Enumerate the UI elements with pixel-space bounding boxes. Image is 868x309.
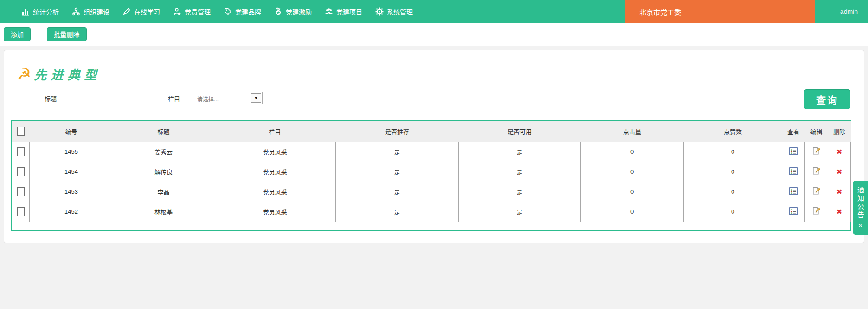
nav-item-online-learning[interactable]: 在线学习 <box>122 7 160 16</box>
nav-item-statistics[interactable]: 统计分析 <box>21 7 59 16</box>
nav-item-label: 在线学习 <box>134 7 160 16</box>
double-chevron-right-icon: » <box>858 221 862 230</box>
nav-item-label: 党员管理 <box>185 7 211 16</box>
main-menu: 统计分析 组织建设 在线学习 党员管理 党建品牌 <box>0 7 413 16</box>
table-row: 1455 姜秀云 党员风采 是 是 0 0 ✖ <box>12 142 851 162</box>
page-title: 先进典型 <box>34 65 101 83</box>
view-icon[interactable] <box>789 187 798 195</box>
search-button[interactable]: 查询 <box>804 89 850 109</box>
row-checkbox-cell <box>12 142 30 162</box>
gear-icon <box>375 7 384 16</box>
column-header-enabled: 是否可用 <box>459 121 581 142</box>
nav-item-incentive[interactable]: 党建激励 <box>274 7 312 16</box>
column-header-recommended: 是否推荐 <box>336 121 459 142</box>
cell-view <box>782 162 805 182</box>
nav-item-system[interactable]: 系统管理 <box>375 7 413 16</box>
batch-delete-button[interactable]: 批量删除 <box>47 27 87 41</box>
nav-item-label: 统计分析 <box>33 7 59 16</box>
nav-item-organization[interactable]: 组织建设 <box>72 7 109 16</box>
pen-icon <box>122 7 131 16</box>
data-table-wrapper: 编号 标题 栏目 是否推荐 是否可用 点击量 点赞数 查看 编辑 删除 1455… <box>11 120 851 231</box>
cell-clicks: 0 <box>581 202 684 222</box>
column-header-edit: 编辑 <box>805 121 828 142</box>
notice-side-tab[interactable]: 通知公告 » <box>853 181 868 235</box>
nav-item-brand[interactable]: 党建品牌 <box>224 7 261 16</box>
select-all-checkbox[interactable] <box>17 127 25 136</box>
bar-chart-icon <box>21 7 30 16</box>
table-header-row: 编号 标题 栏目 是否推荐 是否可用 点击量 点赞数 查看 编辑 删除 <box>12 121 851 142</box>
cell-id: 1455 <box>30 142 113 162</box>
cell-column: 党员风采 <box>214 142 336 162</box>
nav-item-member-management[interactable]: 党员管理 <box>173 7 211 16</box>
org-badge[interactable]: 北京市党工委 <box>625 0 815 23</box>
data-table: 编号 标题 栏目 是否推荐 是否可用 点击量 点赞数 查看 编辑 删除 1455… <box>12 121 851 222</box>
cell-title: 解传良 <box>113 162 214 182</box>
cell-enabled: 是 <box>459 142 581 162</box>
title-filter-label: 标题 <box>45 94 57 103</box>
view-icon[interactable] <box>789 147 798 155</box>
view-icon[interactable] <box>789 207 798 215</box>
cell-recommended: 是 <box>336 142 459 162</box>
party-emblem-icon: ☭ <box>17 66 31 82</box>
cell-view <box>782 142 805 162</box>
cell-edit <box>805 162 828 182</box>
filter-row: 标题 栏目 请选择... ▼ <box>4 92 864 104</box>
cell-column: 党员风采 <box>214 202 336 222</box>
cell-clicks: 0 <box>581 182 684 202</box>
nav-item-label: 党建项目 <box>336 7 362 16</box>
cell-column: 党员风采 <box>214 182 336 202</box>
edit-icon[interactable] <box>812 207 821 215</box>
row-checkbox[interactable] <box>17 167 25 176</box>
row-checkbox-cell <box>12 162 30 182</box>
notice-side-tab-label: 通知公告 <box>855 186 865 220</box>
delete-icon[interactable]: ✖ <box>836 188 842 196</box>
row-checkbox[interactable] <box>17 207 25 216</box>
header-checkbox-cell <box>12 121 30 142</box>
table-row: 1452 林根基 党员风采 是 是 0 0 ✖ <box>12 202 851 222</box>
view-icon[interactable] <box>789 167 798 175</box>
cell-enabled: 是 <box>459 182 581 202</box>
org-badge-label: 北京市党工委 <box>639 7 681 17</box>
cell-recommended: 是 <box>336 182 459 202</box>
row-checkbox[interactable] <box>17 187 25 196</box>
nav-item-projects[interactable]: 党建项目 <box>325 7 362 16</box>
tag-icon <box>224 7 232 16</box>
row-checkbox-cell <box>12 202 30 222</box>
edit-icon[interactable] <box>812 147 821 155</box>
column-header-column: 栏目 <box>214 121 336 142</box>
cell-view <box>782 202 805 222</box>
column-header-view: 查看 <box>782 121 805 142</box>
top-navbar: 统计分析 组织建设 在线学习 党员管理 党建品牌 <box>0 0 868 23</box>
panel-title-row: ☭ 先进典型 <box>4 64 864 84</box>
row-checkbox[interactable] <box>17 147 25 156</box>
column-select-value: 请选择... <box>197 95 219 103</box>
cell-delete: ✖ <box>828 182 851 202</box>
username-label: admin <box>840 8 858 15</box>
member-gear-icon <box>173 7 181 16</box>
cell-delete: ✖ <box>828 202 851 222</box>
column-header-title: 标题 <box>113 121 214 142</box>
column-header-delete: 删除 <box>828 121 851 142</box>
cell-edit <box>805 142 828 162</box>
edit-icon[interactable] <box>812 187 821 195</box>
cell-column: 党员风采 <box>214 162 336 182</box>
cell-title: 姜秀云 <box>113 142 214 162</box>
column-select[interactable]: 请选择... ▼ <box>193 92 263 104</box>
add-button[interactable]: 添加 <box>4 27 31 41</box>
cell-edit <box>805 202 828 222</box>
cell-likes: 0 <box>684 162 782 182</box>
delete-icon[interactable]: ✖ <box>836 148 842 156</box>
edit-icon[interactable] <box>812 167 821 175</box>
cell-delete: ✖ <box>828 162 851 182</box>
nav-item-label: 党建激励 <box>286 7 312 16</box>
team-icon <box>325 7 333 16</box>
title-filter-input[interactable] <box>66 92 148 104</box>
row-checkbox-cell <box>12 182 30 202</box>
delete-icon[interactable]: ✖ <box>836 168 842 176</box>
current-user[interactable]: admin <box>840 0 858 23</box>
cell-recommended: 是 <box>336 202 459 222</box>
cell-likes: 0 <box>684 142 782 162</box>
delete-icon[interactable]: ✖ <box>836 208 842 216</box>
chevron-down-icon: ▼ <box>251 93 261 103</box>
table-row: 1453 李晶 党员风采 是 是 0 0 ✖ <box>12 182 851 202</box>
